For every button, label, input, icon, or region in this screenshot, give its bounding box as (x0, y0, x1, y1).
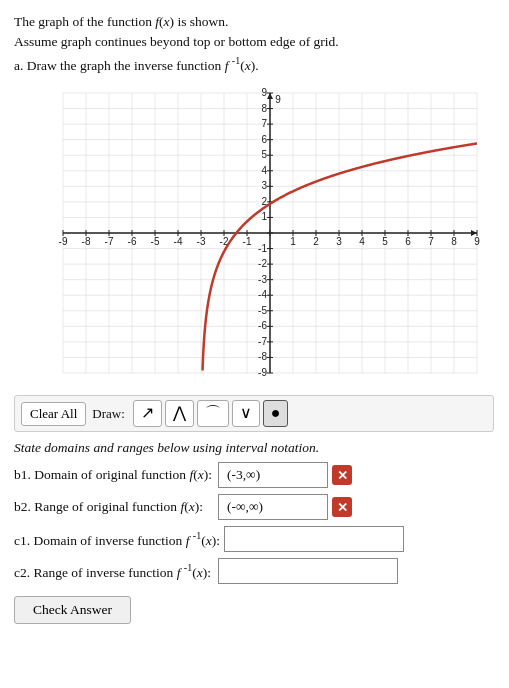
header-line1: The graph of the function f(x) is shown. (14, 12, 495, 32)
problem-header: The graph of the function f(x) is shown.… (14, 12, 495, 75)
c2-label: c2. Range of inverse function f -1(x): (14, 562, 214, 581)
b1-value: (-3,∞) (218, 462, 328, 488)
c2-row: c2. Range of inverse function f -1(x): (14, 558, 495, 584)
c2-input[interactable] (218, 558, 398, 584)
valley-tool-button[interactable]: ∨ (232, 400, 260, 427)
b2-value: (-∞,∞) (218, 494, 328, 520)
curve-tool-button[interactable]: ⌒ (197, 400, 229, 427)
state-domains-label: State domains and ranges below using int… (14, 440, 495, 456)
b2-row: b2. Range of original function f(x): (-∞… (14, 494, 495, 520)
check-answer-button[interactable]: Check Answer (14, 596, 131, 624)
c1-label: c1. Domain of inverse function f -1(x): (14, 530, 220, 549)
header-line3: a. Draw the graph the inverse function f… (14, 53, 495, 76)
b2-clear-button[interactable]: ✕ (332, 497, 352, 517)
b1-row: b1. Domain of original function f(x): (-… (14, 462, 495, 488)
line-tool-button[interactable]: ↗ (133, 400, 162, 427)
b1-label: b1. Domain of original function f(x): (14, 467, 214, 483)
b1-clear-button[interactable]: ✕ (332, 465, 352, 485)
header-line2: Assume graph continues beyond top or bot… (14, 32, 495, 52)
c1-input[interactable] (224, 526, 404, 552)
graph-area[interactable] (15, 81, 495, 391)
c1-row: c1. Domain of inverse function f -1(x): (14, 526, 495, 552)
b2-label: b2. Range of original function f(x): (14, 499, 214, 515)
drawing-toolbar: Clear All Draw: ↗ ⋀ ⌒ ∨ ● (14, 395, 494, 432)
draw-label: Draw: (92, 406, 125, 422)
clear-all-button[interactable]: Clear All (21, 402, 86, 426)
arch-tool-button[interactable]: ⋀ (165, 400, 194, 427)
answers-section: State domains and ranges below using int… (14, 440, 495, 624)
point-tool-button[interactable]: ● (263, 400, 289, 427)
draw-tools-group: ↗ ⋀ ⌒ ∨ ● (133, 400, 289, 427)
